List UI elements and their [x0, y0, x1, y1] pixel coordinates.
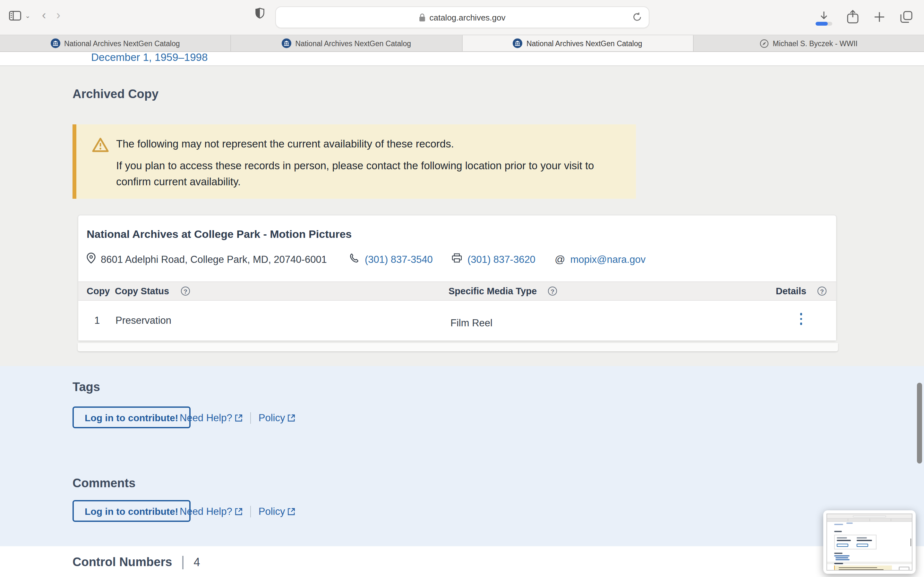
control-numbers-count: 4	[194, 556, 200, 569]
comments-policy-link[interactable]: Policy	[258, 506, 296, 517]
table-row: 1 Preservation Film Reel	[78, 301, 836, 340]
tab-1[interactable]: National Archives NextGen Catalog	[0, 35, 231, 51]
new-tab-button[interactable]	[874, 11, 885, 22]
mini-warning-banner	[834, 566, 892, 571]
lock-icon	[419, 13, 425, 21]
external-link-icon	[288, 508, 295, 516]
reload-icon[interactable]	[633, 12, 642, 24]
email-link[interactable]: mopix@nara.gov	[570, 253, 646, 265]
specific-media-type-help-icon[interactable]: ?	[548, 287, 557, 295]
location-card: National Archives at College Park - Moti…	[78, 215, 837, 341]
page-content: December 1, 1959–1998 Archived Copy The …	[0, 52, 924, 577]
tab-title: National Archives NextGen Catalog	[527, 39, 642, 47]
link-divider	[250, 506, 251, 517]
comments-help-links: Need Help? Policy	[180, 506, 295, 517]
download-progress-bar	[816, 22, 832, 26]
column-copy: Copy	[87, 286, 110, 296]
heading-divider	[182, 556, 183, 569]
contribution-section: Tags Log in to contribute! Need Help? Po…	[0, 366, 924, 546]
comments-need-help-link[interactable]: Need Help?	[180, 506, 242, 517]
compass-favicon-icon	[760, 39, 769, 48]
control-numbers-heading: Control Numbers	[73, 555, 172, 569]
fax-icon	[452, 253, 462, 266]
downloads-button[interactable]	[816, 7, 832, 26]
comments-login-button[interactable]: Log in to contribute!	[73, 500, 191, 522]
back-button[interactable]: ‹	[42, 8, 46, 23]
column-copy-status: Copy Status	[115, 286, 169, 296]
sidebar-chevron-down-icon[interactable]: ⌄	[25, 12, 31, 19]
email-at-icon: @	[555, 253, 565, 265]
archives-favicon-icon	[513, 39, 523, 48]
cell-specific-media-type: Film Reel	[451, 318, 493, 329]
address-bar[interactable]: catalog.archives.gov	[275, 6, 649, 28]
location-name: National Archives at College Park - Moti…	[87, 228, 352, 241]
content-blocker-shield-icon[interactable]	[255, 8, 264, 21]
column-specific-media-type: Specific Media Type	[449, 286, 537, 296]
url-text: catalog.archives.gov	[429, 13, 505, 22]
forward-button[interactable]: ›	[56, 8, 60, 23]
archives-favicon-icon	[51, 39, 60, 48]
location-address: 8601 Adelphi Road, College Park, MD, 207…	[101, 253, 327, 265]
screenshot-preview-thumbnail[interactable]	[823, 510, 916, 574]
warning-text-line2: If you plan to access these records in p…	[116, 158, 610, 190]
creator-date-link[interactable]: December 1, 1959–1998	[91, 51, 208, 63]
warning-triangle-icon	[92, 137, 109, 155]
tags-help-links: Need Help? Policy	[180, 412, 295, 424]
external-link-icon	[235, 508, 242, 516]
row-actions-kebab-menu[interactable]	[800, 313, 802, 325]
tab-title: Michael S. Byczek - WWII	[772, 39, 858, 47]
location-pin-icon	[87, 253, 95, 266]
vertical-scrollbar-thumb[interactable]	[917, 383, 922, 464]
sidebar-toggle-icon[interactable]	[9, 11, 21, 20]
tab-title: National Archives NextGen Catalog	[64, 39, 180, 47]
screenshot-preview-content	[827, 514, 913, 571]
control-numbers-section: Control Numbers 4	[0, 546, 924, 577]
availability-warning-banner: The following may not represent the curr…	[73, 124, 636, 199]
tab-bar: National Archives NextGen Catalog Nation…	[0, 35, 924, 52]
mini-nested-thumbnail	[899, 567, 909, 571]
tab-overview-button[interactable]	[900, 11, 913, 23]
copies-table-header: Copy Copy Status ? Specific Media Type ?…	[78, 282, 836, 301]
comments-heading: Comments	[73, 476, 136, 490]
tags-login-button[interactable]: Log in to contribute!	[73, 406, 191, 428]
contact-row: 8601 Adelphi Road, College Park, MD, 207…	[87, 253, 728, 266]
table-footer-strip	[78, 343, 838, 351]
tags-heading: Tags	[73, 380, 100, 394]
cell-copy-number: 1	[94, 315, 100, 326]
cell-copy-status: Preservation	[115, 315, 171, 326]
copy-status-help-icon[interactable]: ?	[181, 287, 190, 295]
phone-icon	[350, 253, 360, 266]
column-details: Details	[776, 286, 806, 296]
external-link-icon	[288, 414, 295, 422]
details-help-icon[interactable]: ?	[817, 287, 827, 295]
warning-text-line1: The following may not represent the curr…	[116, 136, 610, 152]
external-link-icon	[235, 414, 242, 422]
share-icon[interactable]	[847, 10, 859, 24]
tab-2[interactable]: National Archives NextGen Catalog	[231, 35, 463, 51]
tab-4[interactable]: Michael S. Byczek - WWII	[694, 35, 924, 51]
mini-part-of-card	[834, 535, 877, 550]
tags-policy-link[interactable]: Policy	[258, 412, 296, 424]
archived-copy-section: Archived Copy The following may not repr…	[0, 66, 924, 366]
archived-copy-heading: Archived Copy	[73, 87, 158, 101]
phone-link[interactable]: (301) 837-3540	[365, 253, 433, 265]
tab-title: National Archives NextGen Catalog	[295, 39, 411, 47]
fax-link[interactable]: (301) 837-3620	[467, 253, 535, 265]
tags-need-help-link[interactable]: Need Help?	[180, 412, 242, 424]
link-divider	[250, 412, 251, 424]
browser-toolbar: ⌄ ‹ › catalog.archives.gov	[0, 0, 924, 35]
archives-favicon-icon	[282, 39, 291, 48]
tab-3-active[interactable]: National Archives NextGen Catalog	[462, 35, 694, 51]
browser-window: ⌄ ‹ › catalog.archives.gov	[0, 0, 924, 577]
creator-strip: December 1, 1959–1998	[0, 52, 924, 66]
